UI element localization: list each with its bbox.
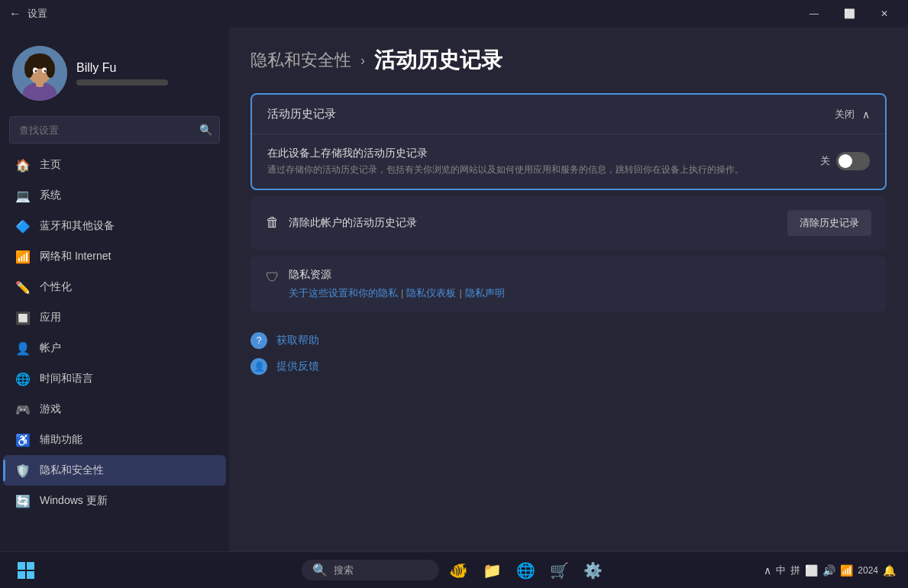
activity-card-header: 活动历史记录 关闭 ∧ (252, 95, 885, 134)
privacy-separator-2: | (459, 287, 461, 299)
toggle-switch[interactable] (836, 152, 870, 170)
sidebar-item-label: 网络和 Internet (40, 250, 111, 263)
privacy-link-settings[interactable]: 关于这些设置和你的隐私 (289, 286, 398, 300)
sidebar-item-label: 时间和语言 (40, 372, 93, 386)
taskbar-right: ∧ 中 拼 ⬜ 🔊 📶 2024 🔔 (764, 564, 896, 577)
titlebar: ← 设置 — ⬜ ✕ (0, 0, 908, 27)
accessibility-icon: ♿ (15, 432, 31, 447)
display-icon[interactable]: ⬜ (805, 564, 818, 577)
clear-label: 清除此帐户的活动历史记录 (289, 216, 417, 230)
get-help-item[interactable]: ? 获取帮助 (250, 328, 887, 354)
privacy-resources-card: 🛡 隐私资源 关于这些设置和你的隐私 | 隐私仪表板 | 隐私声明 (250, 256, 887, 312)
sidebar-item-label: Windows 更新 (40, 494, 108, 508)
personalization-icon: ✏️ (15, 279, 31, 295)
taskbar-center: 🔍 搜索 🐠 📁 🌐 🛒 ⚙️ (302, 557, 607, 584)
svg-point-10 (44, 70, 47, 73)
help-section: ? 获取帮助 👤 提供反馈 (250, 328, 887, 380)
taskbar: 🔍 搜索 🐠 📁 🌐 🛒 ⚙️ ∧ 中 拼 ⬜ 🔊 📶 2024 🔔 (0, 551, 908, 588)
sidebar-item-label: 主页 (40, 158, 61, 172)
chevron-up-taskbar-icon[interactable]: ∧ (764, 564, 771, 577)
network-icon: 📶 (15, 249, 31, 264)
get-help-icon: ? (250, 332, 267, 349)
privacy-link-statement[interactable]: 隐私声明 (465, 286, 505, 300)
chevron-up-icon[interactable]: ∧ (862, 108, 870, 121)
avatar-svg (12, 46, 67, 101)
volume-icon[interactable]: 🔊 (822, 564, 835, 577)
sidebar-item-windows-update[interactable]: 🔄 Windows 更新 (3, 486, 226, 516)
taskbar-search-icon: 🔍 (312, 563, 328, 577)
toggle-info: 在此设备上存储我的活动历史记录 通过存储你的活动历史记录，包括有关你浏览的网站以… (267, 147, 820, 176)
sidebar-nav: 🏠 主页 💻 系统 🔷 蓝牙和其他设备 📶 网络和 Internet ✏️ 个性… (0, 150, 229, 516)
windows-start-button[interactable] (12, 557, 40, 584)
trash-icon: 🗑 (266, 215, 280, 231)
sidebar-item-home[interactable]: 🏠 主页 (3, 150, 226, 180)
sidebar-item-apps[interactable]: 🔲 应用 (3, 302, 226, 333)
search-icon: 🔍 (199, 124, 212, 136)
user-email-bar (76, 79, 168, 86)
taskbar-search[interactable]: 🔍 搜索 (302, 560, 439, 580)
activity-history-card: 活动历史记录 关闭 ∧ 在此设备上存储我的活动历史记录 通过存储你的活动历史记录… (250, 93, 887, 190)
search-input[interactable] (9, 116, 220, 144)
feedback-item[interactable]: 👤 提供反馈 (250, 354, 887, 380)
time-icon: 🌐 (15, 371, 31, 386)
sidebar-item-system[interactable]: 💻 系统 (3, 180, 226, 211)
search-box: 🔍 (9, 116, 220, 144)
feedback-link[interactable]: 提供反馈 (276, 360, 319, 373)
close-button[interactable]: ✕ (867, 2, 902, 25)
windows-logo-icon (18, 562, 34, 579)
breadcrumb: 隐私和安全性 (250, 49, 351, 72)
windows-update-icon: 🔄 (15, 493, 31, 509)
sidebar-item-label: 辅助功能 (40, 433, 82, 447)
sidebar-item-personalization[interactable]: ✏️ 个性化 (3, 272, 226, 302)
toggle-area: 关 (820, 152, 870, 170)
user-profile[interactable]: Billy Fu (0, 34, 229, 116)
sidebar-item-gaming[interactable]: 🎮 游戏 (3, 394, 226, 425)
privacy-link-dashboard[interactable]: 隐私仪表板 (406, 286, 456, 300)
shield-icon: 🛡 (266, 270, 280, 286)
svg-rect-14 (27, 571, 34, 579)
network-taskbar-icon[interactable]: 📶 (840, 564, 853, 577)
taskbar-app-store[interactable]: 🛒 (546, 557, 574, 584)
toggle-title: 在此设备上存储我的活动历史记录 (267, 147, 808, 160)
system-icon: 💻 (15, 188, 31, 203)
taskbar-app-edge[interactable]: 🌐 (512, 557, 540, 584)
svg-rect-13 (18, 571, 25, 579)
sidebar-item-label: 系统 (40, 189, 61, 202)
sidebar-item-accounts[interactable]: 👤 帐户 (3, 333, 226, 363)
clear-row-left: 🗑 清除此帐户的活动历史记录 (266, 215, 417, 231)
taskbar-year: 2024 (858, 565, 878, 576)
toggle-knob (839, 154, 852, 168)
avatar (12, 46, 67, 101)
maximize-button[interactable]: ⬜ (832, 2, 867, 25)
toggle-off-label: 关 (820, 154, 830, 168)
close-label: 关闭 (835, 108, 855, 121)
back-arrow-icon[interactable]: ← (9, 7, 21, 21)
notification-icon[interactable]: 🔔 (883, 564, 896, 577)
page-header: 隐私和安全性 › 活动历史记录 (250, 46, 887, 75)
titlebar-left: ← 设置 (9, 7, 47, 21)
taskbar-search-text: 搜索 (334, 564, 354, 577)
svg-point-5 (24, 60, 34, 78)
svg-point-9 (35, 70, 37, 73)
get-help-link[interactable]: 获取帮助 (276, 334, 319, 347)
sidebar-item-time[interactable]: 🌐 时间和语言 (3, 363, 226, 394)
lang-pin-icon[interactable]: 拼 (790, 564, 800, 577)
sidebar-item-privacy[interactable]: 🛡️ 隐私和安全性 (3, 455, 226, 486)
svg-rect-11 (18, 562, 25, 570)
activity-card-title: 活动历史记录 (267, 107, 336, 121)
clear-history-button[interactable]: 清除历史记录 (787, 210, 871, 236)
taskbar-app-folder[interactable]: 📁 (479, 557, 506, 584)
sidebar-item-network[interactable]: 📶 网络和 Internet (3, 241, 226, 272)
privacy-links: 关于这些设置和你的隐私 | 隐私仪表板 | 隐私声明 (289, 286, 505, 300)
user-name: Billy Fu (76, 61, 217, 75)
taskbar-app-settings[interactable]: ⚙️ (580, 557, 607, 584)
sidebar-item-bluetooth[interactable]: 🔷 蓝牙和其他设备 (3, 211, 226, 241)
lang-zh-icon[interactable]: 中 (776, 564, 786, 577)
minimize-button[interactable]: — (797, 2, 832, 25)
sidebar-item-accessibility[interactable]: ♿ 辅助功能 (3, 425, 226, 455)
svg-rect-12 (27, 562, 34, 570)
titlebar-controls: — ⬜ ✕ (797, 2, 902, 25)
privacy-resources-content: 隐私资源 关于这些设置和你的隐私 | 隐私仪表板 | 隐私声明 (289, 268, 505, 300)
sidebar-item-label: 隐私和安全性 (40, 464, 104, 477)
taskbar-app-1[interactable]: 🐠 (445, 557, 473, 584)
